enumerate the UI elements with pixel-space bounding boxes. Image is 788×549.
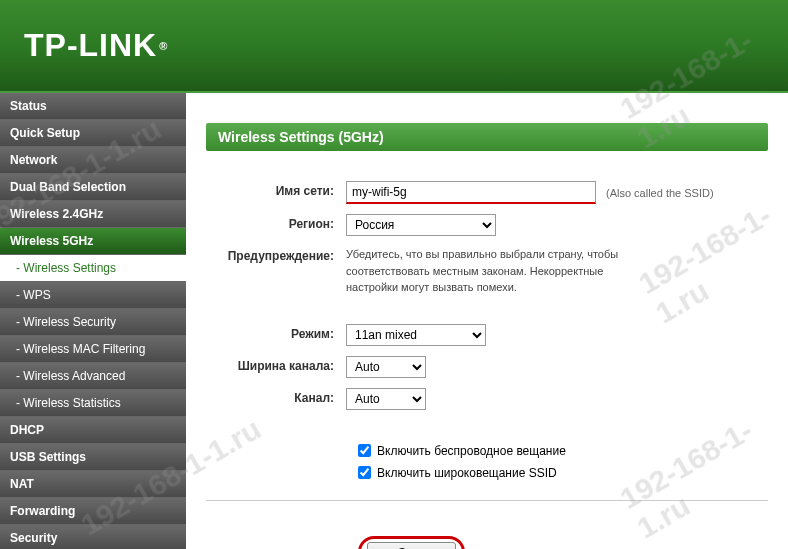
sidebar-item-nat[interactable]: NAT — [0, 471, 186, 498]
warning-text: Убедитесь, что вы правильно выбрали стра… — [346, 246, 626, 296]
sidebar-item-dhcp[interactable]: DHCP — [0, 417, 186, 444]
mode-label: Режим: — [206, 324, 346, 341]
header: TP-LINK® — [0, 0, 788, 93]
divider — [206, 500, 768, 501]
sidebar-item-wireless-statistics[interactable]: - Wireless Statistics — [0, 390, 186, 417]
region-label: Регион: — [206, 214, 346, 231]
channel-label: Канал: — [206, 388, 346, 405]
sidebar-item-wireless-settings[interactable]: - Wireless Settings — [0, 255, 186, 282]
save-button[interactable]: Save — [367, 542, 456, 550]
channel-select[interactable]: Auto — [346, 388, 426, 410]
sidebar-item-usb-settings[interactable]: USB Settings — [0, 444, 186, 471]
ssid-input[interactable] — [346, 181, 596, 204]
sidebar-item-wireless-security[interactable]: - Wireless Security — [0, 309, 186, 336]
sidebar-item-wps[interactable]: - WPS — [0, 282, 186, 309]
sidebar-item-forwarding[interactable]: Forwarding — [0, 498, 186, 525]
mode-select[interactable]: 11an mixed — [346, 324, 486, 346]
sidebar-item-wireless-5ghz[interactable]: Wireless 5GHz — [0, 228, 186, 255]
ssid-label: Имя сети: — [206, 181, 346, 198]
sidebar-item-status[interactable]: Status — [0, 93, 186, 120]
region-select[interactable]: Россия — [346, 214, 496, 236]
sidebar-item-quick-setup[interactable]: Quick Setup — [0, 120, 186, 147]
save-highlight: Save — [358, 536, 465, 550]
sidebar-item-network[interactable]: Network — [0, 147, 186, 174]
sidebar-item-wireless-mac-filtering[interactable]: - Wireless MAC Filtering — [0, 336, 186, 363]
enable-ssid-broadcast-label: Включить широковещание SSID — [377, 466, 557, 480]
ssid-help: (Also called the SSID) — [606, 187, 714, 199]
sidebar-item-wireless-2-4ghz[interactable]: Wireless 2.4GHz — [0, 201, 186, 228]
enable-wireless-checkbox[interactable] — [358, 444, 371, 457]
sidebar-item-dual-band-selection[interactable]: Dual Band Selection — [0, 174, 186, 201]
warning-label: Предупреждение: — [206, 246, 346, 263]
brand-logo: TP-LINK® — [24, 27, 168, 64]
enable-ssid-broadcast-checkbox[interactable] — [358, 466, 371, 479]
channel-width-select[interactable]: Auto — [346, 356, 426, 378]
main-content: Wireless Settings (5GHz) Имя сети: (Also… — [186, 93, 788, 549]
enable-wireless-label: Включить беспроводное вещание — [377, 444, 566, 458]
sidebar-nav: StatusQuick SetupNetworkDual Band Select… — [0, 93, 186, 549]
channel-width-label: Ширина канала: — [206, 356, 346, 373]
sidebar-item-wireless-advanced[interactable]: - Wireless Advanced — [0, 363, 186, 390]
sidebar-item-security[interactable]: Security — [0, 525, 186, 549]
page-title: Wireless Settings (5GHz) — [206, 123, 768, 151]
